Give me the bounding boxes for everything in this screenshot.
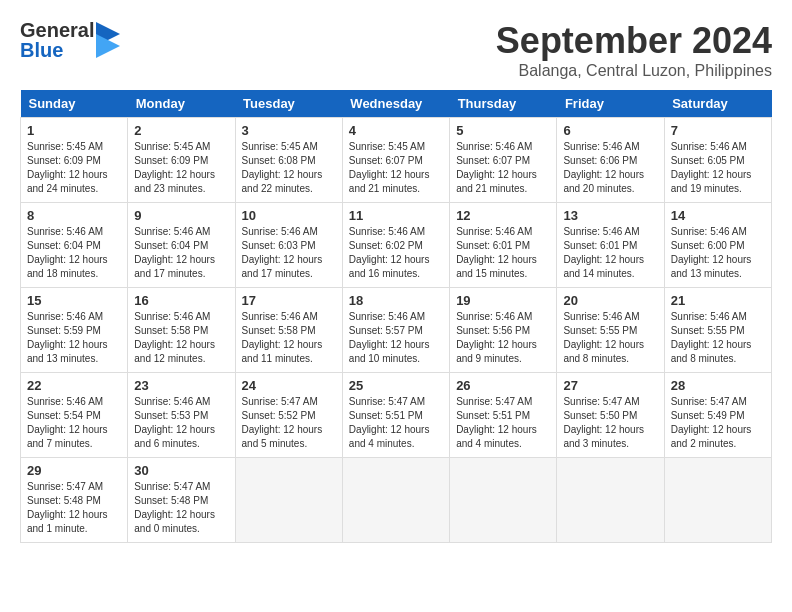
logo: General Blue <box>20 20 120 60</box>
calendar-day-19: 19Sunrise: 5:46 AMSunset: 5:56 PMDayligh… <box>450 288 557 373</box>
calendar-day-28: 28Sunrise: 5:47 AMSunset: 5:49 PMDayligh… <box>664 373 771 458</box>
calendar-day-29: 29Sunrise: 5:47 AMSunset: 5:48 PMDayligh… <box>21 458 128 543</box>
calendar-day-empty <box>235 458 342 543</box>
calendar-day-empty <box>664 458 771 543</box>
calendar-day-12: 12Sunrise: 5:46 AMSunset: 6:01 PMDayligh… <box>450 203 557 288</box>
calendar-day-21: 21Sunrise: 5:46 AMSunset: 5:55 PMDayligh… <box>664 288 771 373</box>
weekday-header-saturday: Saturday <box>664 90 771 118</box>
calendar-day-17: 17Sunrise: 5:46 AMSunset: 5:58 PMDayligh… <box>235 288 342 373</box>
calendar-subtitle: Balanga, Central Luzon, Philippines <box>496 62 772 80</box>
calendar-day-9: 9Sunrise: 5:46 AMSunset: 6:04 PMDaylight… <box>128 203 235 288</box>
calendar-day-26: 26Sunrise: 5:47 AMSunset: 5:51 PMDayligh… <box>450 373 557 458</box>
calendar-day-8: 8Sunrise: 5:46 AMSunset: 6:04 PMDaylight… <box>21 203 128 288</box>
calendar-day-14: 14Sunrise: 5:46 AMSunset: 6:00 PMDayligh… <box>664 203 771 288</box>
calendar-day-20: 20Sunrise: 5:46 AMSunset: 5:55 PMDayligh… <box>557 288 664 373</box>
calendar-day-3: 3Sunrise: 5:45 AMSunset: 6:08 PMDaylight… <box>235 118 342 203</box>
calendar-week-3: 15Sunrise: 5:46 AMSunset: 5:59 PMDayligh… <box>21 288 772 373</box>
calendar-day-10: 10Sunrise: 5:46 AMSunset: 6:03 PMDayligh… <box>235 203 342 288</box>
calendar-day-18: 18Sunrise: 5:46 AMSunset: 5:57 PMDayligh… <box>342 288 449 373</box>
logo-blue: Blue <box>20 40 94 60</box>
weekday-header-monday: Monday <box>128 90 235 118</box>
page-header: General Blue September 2024 Balanga, Cen… <box>20 20 772 80</box>
calendar-week-2: 8Sunrise: 5:46 AMSunset: 6:04 PMDaylight… <box>21 203 772 288</box>
calendar-week-5: 29Sunrise: 5:47 AMSunset: 5:48 PMDayligh… <box>21 458 772 543</box>
calendar-day-11: 11Sunrise: 5:46 AMSunset: 6:02 PMDayligh… <box>342 203 449 288</box>
weekday-header-friday: Friday <box>557 90 664 118</box>
calendar-day-7: 7Sunrise: 5:46 AMSunset: 6:05 PMDaylight… <box>664 118 771 203</box>
calendar-day-25: 25Sunrise: 5:47 AMSunset: 5:51 PMDayligh… <box>342 373 449 458</box>
calendar-day-24: 24Sunrise: 5:47 AMSunset: 5:52 PMDayligh… <box>235 373 342 458</box>
calendar-day-16: 16Sunrise: 5:46 AMSunset: 5:58 PMDayligh… <box>128 288 235 373</box>
calendar-title: September 2024 <box>496 20 772 62</box>
calendar-day-13: 13Sunrise: 5:46 AMSunset: 6:01 PMDayligh… <box>557 203 664 288</box>
calendar-week-1: 1Sunrise: 5:45 AMSunset: 6:09 PMDaylight… <box>21 118 772 203</box>
calendar-day-5: 5Sunrise: 5:46 AMSunset: 6:07 PMDaylight… <box>450 118 557 203</box>
weekday-header-row: SundayMondayTuesdayWednesdayThursdayFrid… <box>21 90 772 118</box>
calendar-day-23: 23Sunrise: 5:46 AMSunset: 5:53 PMDayligh… <box>128 373 235 458</box>
calendar-day-4: 4Sunrise: 5:45 AMSunset: 6:07 PMDaylight… <box>342 118 449 203</box>
calendar-day-1: 1Sunrise: 5:45 AMSunset: 6:09 PMDaylight… <box>21 118 128 203</box>
calendar-day-30: 30Sunrise: 5:47 AMSunset: 5:48 PMDayligh… <box>128 458 235 543</box>
title-section: September 2024 Balanga, Central Luzon, P… <box>496 20 772 80</box>
weekday-header-tuesday: Tuesday <box>235 90 342 118</box>
weekday-header-thursday: Thursday <box>450 90 557 118</box>
calendar-table: SundayMondayTuesdayWednesdayThursdayFrid… <box>20 90 772 543</box>
calendar-day-empty <box>557 458 664 543</box>
weekday-header-sunday: Sunday <box>21 90 128 118</box>
calendar-day-6: 6Sunrise: 5:46 AMSunset: 6:06 PMDaylight… <box>557 118 664 203</box>
logo-icon <box>96 22 120 58</box>
calendar-week-4: 22Sunrise: 5:46 AMSunset: 5:54 PMDayligh… <box>21 373 772 458</box>
calendar-day-empty <box>342 458 449 543</box>
calendar-day-15: 15Sunrise: 5:46 AMSunset: 5:59 PMDayligh… <box>21 288 128 373</box>
weekday-header-wednesday: Wednesday <box>342 90 449 118</box>
calendar-day-27: 27Sunrise: 5:47 AMSunset: 5:50 PMDayligh… <box>557 373 664 458</box>
calendar-day-empty <box>450 458 557 543</box>
calendar-day-22: 22Sunrise: 5:46 AMSunset: 5:54 PMDayligh… <box>21 373 128 458</box>
calendar-day-2: 2Sunrise: 5:45 AMSunset: 6:09 PMDaylight… <box>128 118 235 203</box>
logo-general: General <box>20 20 94 40</box>
